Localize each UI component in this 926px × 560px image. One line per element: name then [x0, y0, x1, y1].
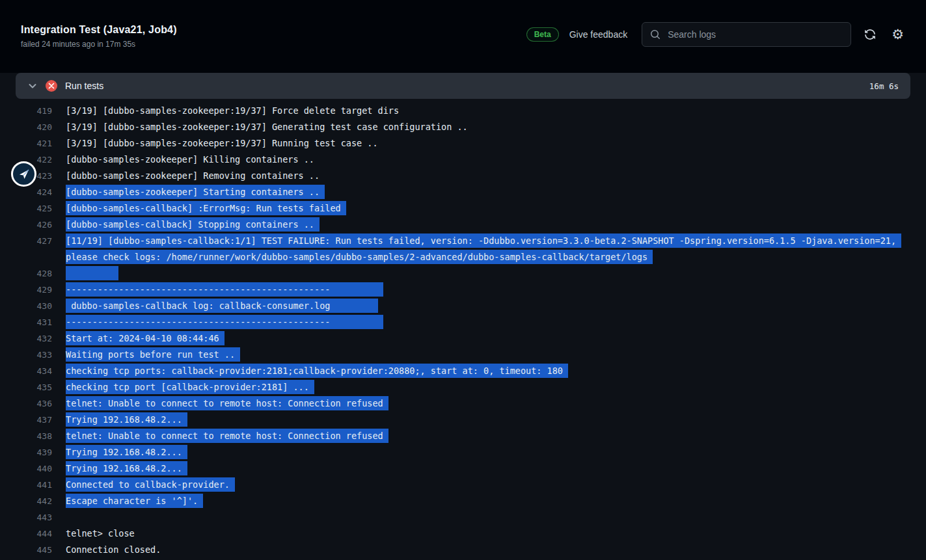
search-icon	[650, 29, 660, 40]
log-line: 434checking tcp ports: callback-provider…	[0, 363, 910, 379]
floating-extension-badge[interactable]	[11, 161, 36, 187]
failed-status-icon	[46, 80, 57, 92]
chevron-down-icon[interactable]	[27, 81, 38, 91]
log-line: 444telnet> close	[0, 526, 910, 542]
job-title: Integration Test (Java21, Job4)	[21, 24, 177, 36]
line-number[interactable]: 439	[0, 444, 66, 460]
log-text	[66, 265, 910, 282]
log-text	[66, 509, 910, 526]
line-number[interactable]: 430	[0, 298, 66, 314]
log-text: telnet> close	[66, 526, 910, 542]
log-line: 438telnet: Unable to connect to remote h…	[0, 428, 910, 444]
log-line: 443	[0, 509, 910, 526]
log-search[interactable]	[642, 22, 851, 47]
line-number[interactable]: 431	[0, 314, 66, 330]
log-line: 424[dubbo-samples-zookeeper] Starting co…	[0, 184, 910, 200]
settings-button[interactable]: ⚙	[889, 25, 906, 44]
log-line: 442Escape character is '^]'.	[0, 493, 910, 509]
line-number[interactable]: 435	[0, 379, 66, 395]
line-number[interactable]: 424	[0, 184, 66, 200]
log-line: 433Waiting ports before run test ..	[0, 347, 910, 363]
log-text: checking tcp ports: callback-provider:21…	[66, 363, 910, 379]
log-text: Trying 192.168.48.2...	[66, 460, 910, 477]
refresh-icon	[864, 29, 876, 40]
line-number[interactable]: 445	[0, 542, 66, 558]
log-viewer: Run tests 16m 6s 419[3/19] [dubbo-sample…	[0, 73, 926, 560]
refresh-button[interactable]	[862, 26, 878, 43]
log-text: telnet: Unable to connect to remote host…	[66, 428, 910, 444]
log-line: 430 dubbo-samples-callback log: callback…	[0, 298, 910, 314]
log-text: [dubbo-samples-callback] Stopping contai…	[66, 217, 910, 233]
line-number[interactable]: 428	[0, 265, 66, 282]
log-text: Connection closed.	[66, 542, 910, 558]
log-text: Connected to callback-provider.	[66, 477, 910, 493]
line-number[interactable]: 433	[0, 347, 66, 363]
log-text: ----------------------------------------…	[66, 314, 910, 330]
log-line: 445Connection closed.	[0, 542, 910, 558]
line-number[interactable]: 425	[0, 200, 66, 217]
log-line: 422[dubbo-samples-zookeeper] Killing con…	[0, 152, 910, 168]
step-duration: 16m 6s	[869, 81, 899, 91]
log-text: [dubbo-samples-callback] :ErrorMsg: Run …	[66, 200, 910, 217]
line-number[interactable]: 438	[0, 428, 66, 444]
log-text: checking tcp port [callback-provider:218…	[66, 379, 910, 395]
line-number[interactable]: 429	[0, 282, 66, 298]
line-number[interactable]: 434	[0, 363, 66, 379]
logo-icon	[18, 168, 30, 180]
log-text: dubbo-samples-callback log: callback-con…	[66, 298, 910, 314]
log-line: 419[3/19] [dubbo-samples-zookeeper:19/37…	[0, 103, 910, 119]
log-text: telnet: Unable to connect to remote host…	[66, 395, 910, 412]
log-text: [dubbo-samples-zookeeper] Removing conta…	[66, 168, 910, 184]
log-line: 435checking tcp port [callback-provider:…	[0, 379, 910, 395]
log-text: [dubbo-samples-zookeeper] Killing contai…	[66, 152, 910, 168]
log-line: 432Start at: 2024-04-10 08:44:46	[0, 330, 910, 347]
line-number[interactable]: 421	[0, 135, 66, 152]
header-actions: Beta Give feedback ⚙	[526, 22, 906, 47]
page-header: Integration Test (Java21, Job4) failed 2…	[0, 0, 926, 73]
line-number[interactable]: 442	[0, 493, 66, 509]
log-line: 441Connected to callback-provider.	[0, 477, 910, 493]
job-status-summary: failed 24 minutes ago in 17m 35s	[21, 40, 177, 49]
gear-icon: ⚙	[892, 28, 904, 42]
line-number[interactable]: 420	[0, 119, 66, 135]
log-text: [dubbo-samples-zookeeper] Starting conta…	[66, 184, 910, 200]
log-text: [3/19] [dubbo-samples-zookeeper:19/37] R…	[66, 135, 910, 152]
line-number[interactable]: 441	[0, 477, 66, 493]
log-line: 440Trying 192.168.48.2...	[0, 460, 910, 477]
log-lines: 419[3/19] [dubbo-samples-zookeeper:19/37…	[0, 99, 926, 558]
log-text: [3/19] [dubbo-samples-zookeeper:19/37] F…	[66, 103, 910, 119]
line-number[interactable]: 437	[0, 412, 66, 428]
log-line: 421[3/19] [dubbo-samples-zookeeper:19/37…	[0, 135, 910, 152]
step-header-run-tests[interactable]: Run tests 16m 6s	[16, 73, 910, 99]
log-line: 436telnet: Unable to connect to remote h…	[0, 395, 910, 412]
line-number[interactable]: 432	[0, 330, 66, 347]
log-line: 431-------------------------------------…	[0, 314, 910, 330]
log-line: 426[dubbo-samples-callback] Stopping con…	[0, 217, 910, 233]
search-input[interactable]	[666, 29, 843, 40]
give-feedback-link[interactable]: Give feedback	[569, 29, 628, 40]
line-number[interactable]: 440	[0, 460, 66, 477]
log-line: 425[dubbo-samples-callback] :ErrorMsg: R…	[0, 200, 910, 217]
log-line: 428	[0, 265, 910, 282]
log-line: 429-------------------------------------…	[0, 282, 910, 298]
log-text: Escape character is '^]'.	[66, 493, 910, 509]
log-line: 423[dubbo-samples-zookeeper] Removing co…	[0, 168, 910, 184]
beta-badge: Beta	[526, 27, 559, 42]
log-text: [3/19] [dubbo-samples-zookeeper:19/37] G…	[66, 119, 910, 135]
step-name: Run tests	[65, 81, 103, 91]
log-text: ----------------------------------------…	[66, 282, 910, 298]
line-number[interactable]: 419	[0, 103, 66, 119]
log-text: [11/19] [dubbo-samples-callback:1/1] TES…	[66, 233, 910, 265]
log-text: Trying 192.168.48.2...	[66, 412, 910, 428]
log-line: 439Trying 192.168.48.2...	[0, 444, 910, 460]
job-title-block: Integration Test (Java21, Job4) failed 2…	[21, 24, 177, 49]
line-number[interactable]: 444	[0, 526, 66, 542]
line-number[interactable]: 436	[0, 395, 66, 412]
log-line: 420[3/19] [dubbo-samples-zookeeper:19/37…	[0, 119, 910, 135]
log-text: Start at: 2024-04-10 08:44:46	[66, 330, 910, 347]
line-number[interactable]: 426	[0, 217, 66, 233]
log-text: Waiting ports before run test ..	[66, 347, 910, 363]
line-number[interactable]: 427	[0, 233, 66, 265]
log-line: 437Trying 192.168.48.2...	[0, 412, 910, 428]
line-number[interactable]: 443	[0, 509, 66, 526]
